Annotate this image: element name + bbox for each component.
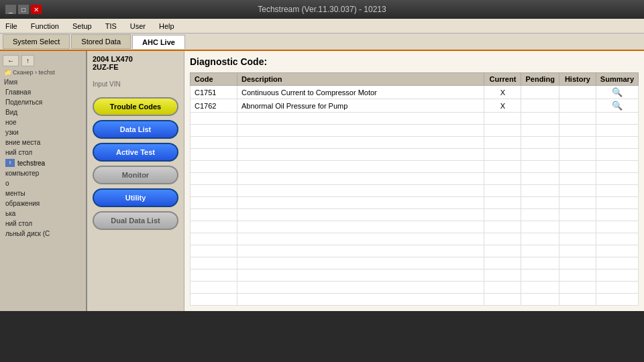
cell-summary[interactable]: 🔍 [596, 86, 638, 99]
minimize-button[interactable]: _ [5, 5, 16, 14]
cell-empty [521, 257, 559, 269]
maximize-button[interactable]: □ [18, 5, 29, 14]
cell-empty [559, 294, 596, 306]
cell-empty [596, 282, 638, 294]
dual-data-list-button[interactable]: Dual Data List [93, 211, 178, 230]
tab-ahc-live[interactable]: AHC Live [132, 35, 185, 49]
cell-empty [484, 125, 521, 137]
cell-summary[interactable]: 🔍 [596, 99, 638, 113]
sidebar-item-nijstol2[interactable]: ний стол [0, 219, 86, 229]
tab-bar: System Select Stored Data AHC Live [0, 34, 644, 51]
cell-empty [237, 245, 484, 257]
cell-empty [191, 137, 237, 149]
sidebar-item-uzki[interactable]: узки [0, 127, 86, 137]
cell-description: Abnormal Oil Pressure for Pump [237, 99, 484, 113]
cell-empty [191, 245, 237, 257]
cell-empty [484, 221, 521, 233]
menu-user[interactable]: User [127, 21, 148, 32]
utility-button[interactable]: Utility [93, 188, 178, 207]
diagnostic-table: Code Description Current Pending History… [190, 72, 639, 306]
sidebar-item-vid[interactable]: Вид [0, 107, 86, 117]
monitor-button[interactable]: Monitor [93, 166, 178, 184]
cell-empty [596, 233, 638, 245]
table-row-empty [191, 185, 639, 197]
breadcrumb: 📁 Сканер › techst [0, 68, 86, 77]
menu-help[interactable]: Help [156, 21, 177, 32]
cell-empty [191, 257, 237, 269]
cell-empty [237, 149, 484, 161]
cell-empty [191, 282, 237, 294]
sidebar-item-podelit[interactable]: Поделиться [0, 97, 86, 107]
magnify-icon[interactable]: 🔍 [612, 101, 623, 111]
cell-empty [521, 245, 559, 257]
magnify-icon[interactable]: 🔍 [612, 87, 623, 97]
menu-tis[interactable]: TIS [103, 21, 119, 32]
cell-pending [521, 99, 559, 113]
menu-file[interactable]: File [3, 21, 20, 32]
tab-system-select[interactable]: System Select [3, 34, 70, 49]
sidebar-item-obrajeniya[interactable]: ображения [0, 198, 86, 208]
table-row[interactable]: C1751 Continuous Current to Compressor M… [191, 86, 639, 99]
title-text: Techstream (Ver.11.30.037) - 10213 [46, 5, 598, 14]
cell-empty [521, 149, 559, 161]
trouble-codes-button[interactable]: Trouble Codes [93, 97, 178, 116]
col-header-summary: Summary [596, 73, 638, 86]
sidebar-item-computer[interactable]: компьютер [0, 168, 86, 178]
table-row-empty [191, 257, 639, 269]
main-panel: ← ↑ 📁 Сканер › techst Имя Главная Подели… [0, 51, 644, 311]
cell-empty [237, 221, 484, 233]
table-row-empty [191, 149, 639, 161]
cell-empty [237, 282, 484, 294]
active-test-button[interactable]: Active Test [93, 143, 178, 162]
cell-empty [237, 209, 484, 221]
table-row-empty [191, 245, 639, 257]
table-row[interactable]: C1762 Abnormal Oil Pressure for Pump X 🔍 [191, 99, 639, 113]
sidebar-item-menty[interactable]: менты [0, 188, 86, 198]
cell-code: C1751 [191, 86, 237, 99]
cell-empty [237, 294, 484, 306]
cell-empty [237, 269, 484, 282]
cell-empty [559, 173, 596, 185]
sidebar-item-noe[interactable]: ное [0, 117, 86, 127]
cell-empty [191, 125, 237, 137]
sidebar-item-disk[interactable]: льный диск (С [0, 229, 86, 239]
tab-stored-data[interactable]: Stored Data [71, 34, 131, 49]
menu-setup[interactable]: Setup [70, 21, 95, 32]
cell-empty [596, 257, 638, 269]
cell-empty [484, 113, 521, 125]
cell-empty [559, 245, 596, 257]
cell-empty [559, 209, 596, 221]
col-header-description: Description [237, 73, 484, 86]
nav-up-button[interactable]: ↑ [21, 55, 34, 66]
sidebar-item-vniemesta[interactable]: вние места [0, 137, 86, 147]
cell-empty [237, 161, 484, 173]
table-row-empty [191, 137, 639, 149]
cell-empty [191, 233, 237, 245]
close-button[interactable]: ✕ [31, 5, 42, 14]
menu-function[interactable]: Function [28, 21, 62, 32]
table-row-empty [191, 282, 639, 294]
cell-current: X [484, 99, 521, 113]
vehicle-year-model: 2004 LX470 [93, 55, 178, 63]
vehicle-engine: 2UZ-FE [93, 63, 178, 71]
table-row-empty [191, 221, 639, 233]
diagnostic-table-scroll[interactable]: Code Description Current Pending History… [190, 72, 639, 306]
cell-empty [484, 197, 521, 209]
cell-empty [484, 294, 521, 306]
sidebar-item-o[interactable]: о [0, 178, 86, 188]
nav-back-button[interactable]: ← [3, 55, 19, 66]
cell-empty [484, 161, 521, 173]
cell-empty [191, 269, 237, 282]
diagnostic-title: Diagnostic Code: [190, 56, 639, 67]
table-row-empty [191, 209, 639, 221]
cell-empty [237, 257, 484, 269]
sidebar-item-techstrea[interactable]: t techstrea [0, 158, 86, 168]
cell-empty [484, 209, 521, 221]
sidebar-item-nijstol[interactable]: ний стол [0, 147, 86, 158]
cell-empty [191, 221, 237, 233]
sidebar-item-glavnaya[interactable]: Главная [0, 87, 86, 97]
cell-empty [596, 137, 638, 149]
data-list-button[interactable]: Data List [93, 120, 178, 139]
far-left-sidebar: ← ↑ 📁 Сканер › techst Имя Главная Подели… [0, 51, 87, 311]
sidebar-item-ka[interactable]: ька [0, 208, 86, 219]
